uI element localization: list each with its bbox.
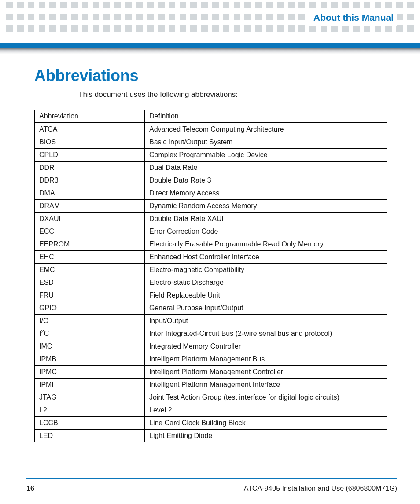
table-cell-abbr: ESD — [35, 276, 145, 289]
table-row: LCCBLine Card Clock Building Block — [35, 417, 387, 430]
table-row: EEPROMElectrically Erasable Programmable… — [35, 238, 387, 251]
table-row: EHCIEnhanced Host Controller Interface — [35, 251, 387, 264]
table-cell-abbr: DXAUI — [35, 213, 145, 225]
table-row: DDR3Double Data Rate 3 — [35, 174, 387, 187]
table-header-def: Definition — [145, 110, 387, 123]
table-row: FRUField Replaceable Unit — [35, 289, 387, 302]
header-blue-bar — [0, 43, 420, 48]
table-cell-def: Intelligent Platform Management Interfac… — [145, 379, 387, 391]
header-section-title: About this Manual — [306, 10, 397, 26]
table-cell-def: Dual Data Rate — [145, 162, 387, 174]
table-row: IMCIntegrated Memory Controller — [35, 340, 387, 353]
table-cell-def: Intelligent Platform Management Controll… — [145, 366, 387, 379]
table-header-row: Abbreviation Definition — [35, 110, 387, 123]
table-cell-abbr: DDR — [35, 162, 145, 174]
table-cell-abbr: DDR3 — [35, 174, 145, 187]
header-gray-divider — [0, 48, 420, 54]
table-row: DRAMDynamic Random Access Memory — [35, 200, 387, 213]
table-row: ESDElectro-static Discharge — [35, 276, 387, 289]
footer: 16 ATCA-9405 Installation and Use (68068… — [26, 485, 397, 493]
table-cell-abbr: JTAG — [35, 391, 145, 404]
table-row: ATCAAdvanced Telecom Computing Architect… — [35, 123, 387, 136]
table-cell-abbr: EEPROM — [35, 238, 145, 251]
table-cell-abbr: FRU — [35, 289, 145, 302]
table-cell-abbr: LCCB — [35, 417, 145, 430]
table-cell-def: Complex Programmable Logic Device — [145, 149, 387, 162]
table-row: DDRDual Data Rate — [35, 162, 387, 174]
table-cell-def: Line Card Clock Building Block — [145, 417, 387, 430]
table-cell-def: Input/Output — [145, 315, 387, 327]
table-cell-abbr: CPLD — [35, 149, 145, 162]
table-cell-abbr: ECC — [35, 225, 145, 238]
table-cell-def: Direct Memory Access — [145, 187, 387, 200]
table-row: L2Level 2 — [35, 404, 387, 417]
table-row: CPLDComplex Programmable Logic Device — [35, 149, 387, 162]
table-cell-def: Double Data Rate XAUI — [145, 213, 387, 225]
abbreviations-table: Abbreviation Definition ATCAAdvanced Tel… — [34, 110, 387, 442]
table-cell-abbr: I2C — [35, 327, 145, 340]
table-body: ATCAAdvanced Telecom Computing Architect… — [35, 123, 387, 442]
table-cell-def: Dynamic Random Access Memory — [145, 200, 387, 213]
table-row: EMCElectro-magnetic Compatibility — [35, 264, 387, 276]
footer-rule — [26, 478, 397, 479]
table-cell-abbr: IMC — [35, 340, 145, 353]
table-row: BIOSBasic Input/Output System — [35, 136, 387, 149]
table-cell-abbr: EMC — [35, 264, 145, 276]
table-cell-def: Error Correction Code — [145, 225, 387, 238]
table-cell-abbr: IPMB — [35, 353, 145, 366]
table-cell-def: Enhanced Host Controller Interface — [145, 251, 387, 264]
table-row: JTAGJoint Test Action Group (test interf… — [35, 391, 387, 404]
table-cell-abbr: ATCA — [35, 123, 145, 136]
section-heading: Abbreviations — [34, 66, 420, 85]
table-cell-abbr: IPMI — [35, 379, 145, 391]
table-header-abbr: Abbreviation — [35, 110, 145, 123]
table-row: I/OInput/Output — [35, 315, 387, 327]
table-cell-def: Inter Integrated-Circuit Bus (2-wire ser… — [145, 327, 387, 340]
table-row: GPIOGeneral Purpose Input/Output — [35, 302, 387, 315]
table-cell-def: Integrated Memory Controller — [145, 340, 387, 353]
footer-page-number: 16 — [26, 485, 34, 493]
table-cell-abbr: EHCI — [35, 251, 145, 264]
table-cell-def: Light Emitting Diode — [145, 430, 387, 442]
table-cell-abbr: DRAM — [35, 200, 145, 213]
table-row: I2CInter Integrated-Circuit Bus (2-wire … — [35, 327, 387, 340]
table-cell-def: Advanced Telecom Computing Architecture — [145, 123, 387, 136]
table-cell-def: General Purpose Input/Output — [145, 302, 387, 315]
table-cell-def: Electrically Erasable Programmable Read … — [145, 238, 387, 251]
table-cell-abbr: IPMC — [35, 366, 145, 379]
table-cell-def: Double Data Rate 3 — [145, 174, 387, 187]
table-cell-def: Field Replaceable Unit — [145, 289, 387, 302]
table-cell-def: Basic Input/Output System — [145, 136, 387, 149]
table-cell-def: Electro-magnetic Compatibility — [145, 264, 387, 276]
table-cell-abbr: GPIO — [35, 302, 145, 315]
table-cell-abbr: BIOS — [35, 136, 145, 149]
table-row: DMADirect Memory Access — [35, 187, 387, 200]
footer-doc-title: ATCA-9405 Installation and Use (6806800M… — [244, 485, 397, 493]
table-row: DXAUIDouble Data Rate XAUI — [35, 213, 387, 225]
table-row: LEDLight Emitting Diode — [35, 430, 387, 442]
table-cell-def: Joint Test Action Group (test interface … — [145, 391, 387, 404]
table-cell-abbr: L2 — [35, 404, 145, 417]
table-row: ECCError Correction Code — [35, 225, 387, 238]
table-cell-def: Electro-static Discharge — [145, 276, 387, 289]
section-intro: This document uses the following abbrevi… — [78, 90, 420, 99]
table-cell-def: Level 2 — [145, 404, 387, 417]
table-cell-def: Intelligent Platform Management Bus — [145, 353, 387, 366]
table-row: IPMBIntelligent Platform Management Bus — [35, 353, 387, 366]
table-cell-abbr: DMA — [35, 187, 145, 200]
table-cell-abbr: LED — [35, 430, 145, 442]
table-cell-abbr: I/O — [35, 315, 145, 327]
table-row: IPMCIntelligent Platform Management Cont… — [35, 366, 387, 379]
table-row: IPMIIntelligent Platform Management Inte… — [35, 379, 387, 391]
